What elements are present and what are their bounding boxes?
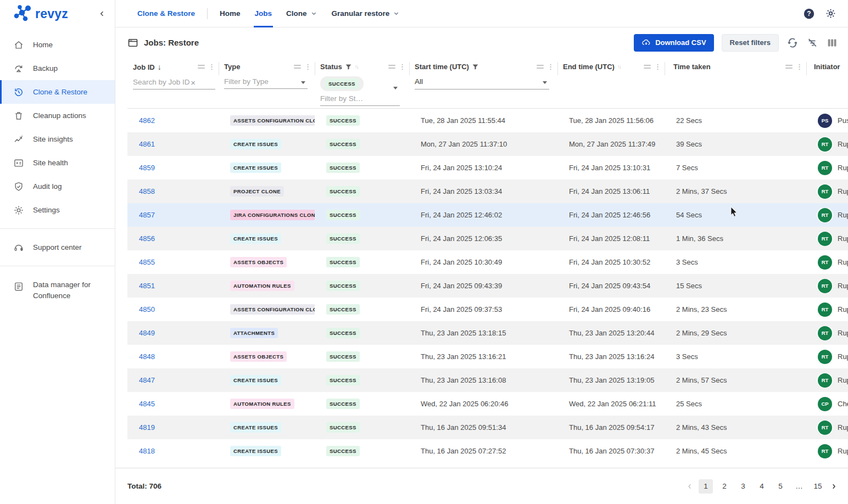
status-filter-input[interactable] bbox=[320, 93, 400, 106]
job-id-link[interactable]: 4818 bbox=[139, 447, 155, 455]
drag-handle-icon[interactable] bbox=[785, 65, 793, 69]
table-row[interactable]: 4818 CREATE ISSUES SUCCESS Thu, 16 Jan 2… bbox=[127, 439, 848, 463]
job-id-link[interactable]: 4850 bbox=[139, 305, 155, 313]
tab-clone[interactable]: Clone bbox=[286, 0, 317, 27]
sidebar-item-site-health[interactable]: Site health bbox=[0, 151, 115, 175]
initiator-cell: RT Rup bbox=[806, 373, 848, 388]
sidebar-collapse-icon[interactable] bbox=[97, 9, 107, 19]
status-badge: SUCCESS bbox=[326, 163, 360, 173]
start-time-select[interactable]: All bbox=[415, 76, 549, 89]
avatar: PS bbox=[818, 114, 832, 128]
column-header-job-id[interactable]: Job ID↓ ⋮ × bbox=[127, 58, 219, 108]
table-row[interactable]: 4819 CREATE ISSUES SUCCESS Thu, 16 Jan 2… bbox=[127, 416, 848, 439]
sidebar-item-settings[interactable]: Settings bbox=[0, 198, 115, 222]
table-row[interactable]: 4862 ASSETS CONFIGURATION CLONE SUCCESS … bbox=[127, 109, 848, 132]
pagination-next-icon[interactable] bbox=[829, 482, 838, 491]
type-filter-input[interactable] bbox=[224, 76, 308, 89]
page-button[interactable]: 5 bbox=[773, 479, 788, 494]
column-header-type[interactable]: Type ⋮ bbox=[219, 58, 315, 108]
job-id-link[interactable]: 4857 bbox=[139, 211, 155, 219]
columns-icon[interactable] bbox=[826, 37, 838, 49]
main-area: Clone & Restore Home Jobs Clone Granular… bbox=[115, 0, 848, 504]
job-id-link[interactable]: 4848 bbox=[139, 352, 155, 361]
drag-handle-icon[interactable] bbox=[388, 65, 395, 69]
sidebar-item-cleanup-actions[interactable]: Cleanup actions bbox=[0, 104, 115, 127]
drag-handle-icon[interactable] bbox=[644, 65, 651, 69]
tab-home[interactable]: Home bbox=[220, 0, 241, 27]
table-row[interactable]: 4855 ASSETS OBJECTS SUCCESS Fri, 24 Jan … bbox=[127, 250, 848, 274]
sort-updown-icon[interactable]: ↑↓ bbox=[617, 64, 621, 70]
job-id-link[interactable]: 4859 bbox=[139, 164, 155, 172]
sort-updown-icon[interactable]: ↑↓ bbox=[355, 64, 358, 70]
column-menu-icon[interactable]: ⋮ bbox=[796, 63, 803, 70]
clear-filters-icon[interactable] bbox=[806, 37, 818, 49]
job-id-link[interactable]: 4819 bbox=[139, 423, 155, 432]
column-menu-icon[interactable]: ⋮ bbox=[304, 63, 311, 70]
dropdown-caret-icon[interactable] bbox=[301, 81, 305, 84]
start-time-cell: Fri, 24 Jan 2025 12:46:02 bbox=[409, 211, 557, 219]
job-id-link[interactable]: 4858 bbox=[139, 187, 155, 195]
tab-jobs[interactable]: Jobs bbox=[255, 0, 272, 27]
page-button[interactable]: 3 bbox=[736, 479, 750, 494]
table-row[interactable]: 4849 ATTACHMENTS SUCCESS Thu, 23 Jan 202… bbox=[127, 321, 848, 345]
job-id-link[interactable]: 4862 bbox=[139, 116, 155, 125]
table-row[interactable]: 4845 AUTOMATION RULES SUCCESS Wed, 22 Ja… bbox=[127, 392, 848, 416]
table-row[interactable]: 4856 CREATE ISSUES SUCCESS Fri, 24 Jan 2… bbox=[127, 227, 848, 250]
sort-desc-icon[interactable]: ↓ bbox=[158, 63, 161, 71]
column-menu-icon[interactable]: ⋮ bbox=[208, 63, 215, 70]
page-button[interactable]: 15 bbox=[811, 479, 825, 494]
sidebar-item-clone-restore[interactable]: Clone & Restore bbox=[0, 80, 115, 104]
settings-gear-icon[interactable] bbox=[825, 8, 837, 20]
column-menu-icon[interactable]: ⋮ bbox=[399, 63, 406, 70]
sidebar-item-audit-log[interactable]: Audit log bbox=[0, 175, 115, 198]
drag-handle-icon[interactable] bbox=[294, 65, 301, 69]
breadcrumb-section[interactable]: Clone & Restore bbox=[137, 9, 195, 18]
drag-handle-icon[interactable] bbox=[198, 65, 205, 69]
reset-filters-button[interactable]: Reset filters bbox=[722, 34, 779, 52]
clear-input-icon[interactable]: × bbox=[191, 78, 196, 87]
table-row[interactable]: 4847 CREATE ISSUES SUCCESS Thu, 23 Jan 2… bbox=[127, 368, 848, 392]
filter-active-icon[interactable] bbox=[345, 63, 352, 70]
tab-granular-restore[interactable]: Granular restore bbox=[332, 0, 400, 27]
table-row[interactable]: 4848 ASSETS OBJECTS SUCCESS Thu, 23 Jan … bbox=[127, 345, 848, 368]
page-button[interactable]: 2 bbox=[717, 479, 732, 494]
column-menu-icon[interactable]: ⋮ bbox=[654, 63, 661, 70]
chevron-down-icon bbox=[393, 10, 400, 17]
column-header-status[interactable]: Status ↑↓ ⋮ SUCCESS bbox=[315, 58, 409, 108]
job-id-link[interactable]: 4851 bbox=[139, 282, 155, 290]
job-id-link[interactable]: 4849 bbox=[139, 329, 155, 337]
pagination-prev-icon[interactable] bbox=[685, 482, 694, 491]
table-row[interactable]: 4851 AUTOMATION RULES SUCCESS Fri, 24 Ja… bbox=[127, 274, 848, 298]
table-row[interactable]: 4857 JIRA CONFIGURATIONS CLONE SUCCESS F… bbox=[127, 203, 848, 227]
sidebar-item-backup[interactable]: Backup bbox=[0, 57, 115, 80]
job-id-link[interactable]: 4845 bbox=[139, 400, 155, 408]
download-csv-button[interactable]: Download CSV bbox=[634, 34, 713, 52]
dropdown-caret-icon[interactable] bbox=[543, 81, 547, 84]
column-header-initiator[interactable]: Initiator bbox=[806, 58, 848, 108]
filter-active-icon[interactable] bbox=[472, 63, 479, 70]
column-header-start-time[interactable]: Start time (UTC) ⋮ All bbox=[409, 58, 557, 108]
job-id-link[interactable]: 4855 bbox=[139, 258, 155, 266]
page-button[interactable]: 1 bbox=[699, 479, 713, 494]
table-row[interactable]: 4859 CREATE ISSUES SUCCESS Fri, 24 Jan 2… bbox=[127, 156, 848, 180]
column-menu-icon[interactable]: ⋮ bbox=[547, 63, 554, 70]
job-id-link[interactable]: 4847 bbox=[139, 376, 155, 384]
column-header-end-time[interactable]: End time (UTC)↑↓ ⋮ bbox=[557, 58, 665, 108]
sidebar-item-data-manager-confluence[interactable]: Data manager for Confluence bbox=[0, 273, 115, 307]
sidebar-item-support-center[interactable]: Support center bbox=[0, 236, 115, 259]
sidebar-item-home[interactable]: Home bbox=[0, 33, 115, 57]
job-id-link[interactable]: 4861 bbox=[139, 140, 155, 148]
table-row[interactable]: 4861 CREATE ISSUES SUCCESS Mon, 27 Jan 2… bbox=[127, 132, 848, 156]
table-row[interactable]: 4858 PROJECT CLONE SUCCESS Fri, 24 Jan 2… bbox=[127, 180, 848, 203]
dropdown-caret-icon[interactable] bbox=[393, 87, 398, 89]
table-row[interactable]: 4850 ASSETS CONFIGURATION CLONE SUCCESS … bbox=[127, 298, 848, 321]
status-filter-chip[interactable]: SUCCESS bbox=[320, 76, 364, 91]
page-button[interactable]: 4 bbox=[755, 479, 769, 494]
job-id-link[interactable]: 4856 bbox=[139, 234, 155, 243]
refresh-icon[interactable] bbox=[786, 37, 799, 49]
drag-handle-icon[interactable] bbox=[537, 65, 544, 69]
help-icon[interactable]: ? bbox=[803, 8, 815, 20]
job-id-search-input[interactable] bbox=[133, 77, 215, 89]
sidebar-item-site-insights[interactable]: Site insights bbox=[0, 127, 115, 151]
column-header-time-taken[interactable]: Time taken ⋮ bbox=[665, 58, 806, 108]
